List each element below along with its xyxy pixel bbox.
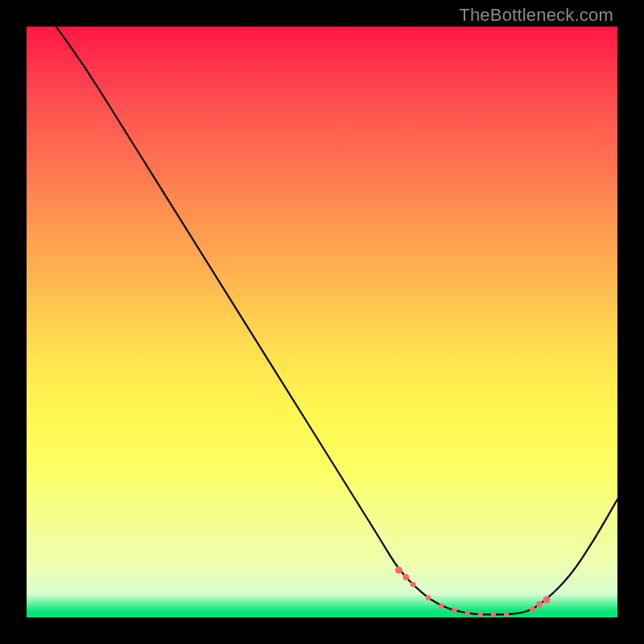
plot-area	[27, 27, 617, 617]
highlight-dot	[395, 567, 402, 574]
highlight-dot	[536, 601, 543, 608]
watermark-text: TheBottleneck.com	[459, 5, 613, 26]
highlight-dot	[464, 610, 469, 615]
highlight-dot	[504, 612, 509, 617]
bottleneck-curve	[56, 27, 617, 614]
highlight-dot	[439, 604, 444, 609]
highlight-dot	[478, 612, 483, 617]
highlight-dot	[426, 595, 431, 600]
curve-layer	[27, 27, 617, 617]
highlight-dots	[395, 567, 550, 617]
highlight-dot	[452, 608, 456, 613]
highlight-dot	[543, 596, 550, 603]
highlight-dot	[411, 581, 416, 587]
chart-frame: TheBottleneck.com	[0, 0, 644, 644]
highlight-dot	[491, 612, 496, 617]
highlight-dot	[402, 574, 409, 580]
highlight-dot	[530, 606, 535, 612]
